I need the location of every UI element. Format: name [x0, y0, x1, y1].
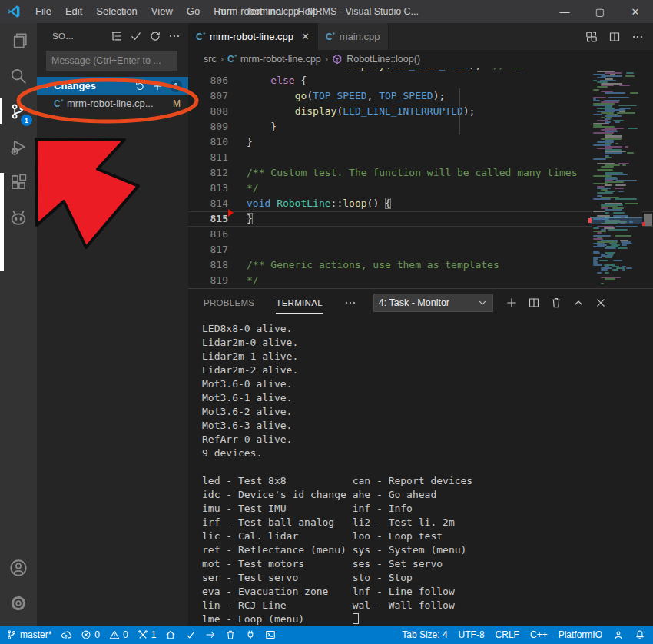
close-tab-icon[interactable]: ✕: [301, 31, 310, 42]
line-number[interactable]: 806: [188, 73, 228, 88]
code-line-818[interactable]: 818/** Generic actions, use them as temp…: [188, 257, 653, 273]
line-number[interactable]: 807: [188, 88, 228, 104]
status-plug[interactable]: [245, 629, 256, 640]
code-line-808[interactable]: 808 display(LED_LINE_INTERRUPTED);: [188, 104, 653, 119]
status-bell[interactable]: [635, 629, 645, 640]
status-home[interactable]: [165, 629, 176, 640]
modified-badge: M: [173, 98, 181, 109]
panel-action-chevron-up[interactable]: [572, 297, 585, 309]
panel-tab-terminal[interactable]: TERMINAL: [276, 291, 323, 314]
tab-main.cpp[interactable]: C⁺main.cpp: [318, 23, 389, 50]
line-number[interactable]: 813: [188, 181, 228, 196]
line-number[interactable]: 814: [188, 196, 228, 211]
line-number[interactable]: 818: [188, 257, 228, 273]
status-trash[interactable]: [225, 629, 236, 640]
code-line-819[interactable]: 819*/: [188, 273, 653, 288]
breadcrumb-item[interactable]: src: [204, 54, 217, 65]
activity-source-control[interactable]: 1: [0, 94, 37, 129]
changes-action-plus[interactable]: [152, 81, 163, 91]
code-line-812[interactable]: 812/** Custom test. The function will be…: [188, 165, 653, 181]
changes-section-header[interactable]: Changes 1: [37, 77, 188, 95]
code-line-810[interactable]: 810}: [188, 134, 653, 150]
code-line-815[interactable]: 815}: [188, 211, 653, 227]
menu-view[interactable]: View: [144, 5, 180, 17]
arrow-right-icon: [205, 629, 216, 640]
minimize-button[interactable]: —: [547, 0, 582, 23]
menu-file[interactable]: File: [28, 5, 58, 17]
maximize-button[interactable]: ▢: [582, 0, 618, 23]
terminal-output[interactable]: LED8x8-0 alive.Lidar2m-0 alive.Lidar2m-1…: [202, 322, 648, 626]
overview-ruler[interactable]: [642, 68, 653, 288]
activity-run-debug[interactable]: [0, 129, 37, 164]
line-number[interactable]: 819: [188, 273, 228, 288]
code-line-816[interactable]: 816: [188, 227, 653, 242]
activity-accounts[interactable]: [0, 550, 37, 586]
panel-action-trash[interactable]: [550, 297, 562, 309]
editor-action-more[interactable]: [631, 31, 644, 43]
panel-more-actions[interactable]: [344, 297, 356, 309]
status-git-branch[interactable]: master*: [6, 629, 51, 640]
menu-selection[interactable]: Selection: [89, 5, 144, 17]
line-number[interactable]: 809: [188, 119, 228, 134]
code-editor[interactable]: display(LED_LINE_FULL); // li 806 else {…: [188, 68, 653, 288]
panel-tab-problems[interactable]: PROBLEMS: [204, 291, 254, 313]
code-line-806[interactable]: 806 else {: [188, 73, 653, 88]
panel-action-close[interactable]: [595, 297, 607, 309]
changed-file-row[interactable]: C⁺ mrm-robot-line.cp... M: [37, 95, 188, 112]
code-line-809[interactable]: 809 }: [188, 119, 653, 134]
activity-search[interactable]: [0, 58, 37, 94]
status-utf-8[interactable]: UTF-8: [459, 629, 485, 640]
code-line-817[interactable]: 817: [188, 242, 653, 257]
close-button[interactable]: ✕: [618, 0, 653, 23]
code-line-807[interactable]: 807 go(TOP_SPEED, TOP_SPEED);: [188, 88, 653, 104]
tab-mrm-robot-line.cpp[interactable]: C⁺mrm-robot-line.cpp✕: [188, 23, 318, 50]
activity-extensions[interactable]: [0, 164, 37, 200]
status-crlf[interactable]: CRLF: [496, 629, 519, 640]
menu-go[interactable]: Go: [180, 5, 207, 17]
status-cloud-upload[interactable]: [61, 629, 71, 640]
status-tools[interactable]: 1: [138, 629, 157, 640]
panel-header: PROBLEMSTERMINAL 4: Task - Monitor: [188, 289, 653, 317]
line-number[interactable]: 812: [188, 165, 228, 181]
tab-label: main.cpp: [340, 31, 380, 42]
title-bar: FileEditSelectionViewGoRunTerminalHelp m…: [0, 0, 653, 23]
line-number[interactable]: 808: [188, 104, 228, 119]
terminal-box-icon: [265, 629, 276, 640]
status-platformio[interactable]: PlatformIO: [559, 629, 602, 640]
status-error-circle[interactable]: 0: [81, 629, 100, 640]
sidebar-action-refresh[interactable]: [149, 30, 161, 42]
breadcrumb[interactable]: src›C⁺mrm-robot-line.cpp›RobotLine::loop…: [188, 50, 653, 68]
line-number[interactable]: 810: [188, 134, 228, 150]
commit-message-input[interactable]: [46, 51, 177, 71]
activity-explorer[interactable]: [0, 23, 37, 58]
line-number[interactable]: 811: [188, 150, 228, 165]
sidebar-action-check[interactable]: [130, 30, 142, 42]
sidebar-action-tree-view[interactable]: [111, 30, 123, 42]
terminal-selector-dropdown[interactable]: 4: Task - Monitor: [373, 294, 493, 312]
line-number[interactable]: 817: [188, 242, 228, 257]
panel-action-split-editor[interactable]: [528, 297, 540, 309]
activity-platformio[interactable]: [0, 200, 37, 235]
code-line-813[interactable]: 813*/: [188, 181, 653, 196]
breadcrumb-item[interactable]: mrm-robot-line.cpp: [240, 54, 321, 65]
sidebar-action-more[interactable]: [168, 30, 181, 42]
panel-action-plus[interactable]: [505, 297, 518, 309]
status-feedback[interactable]: [613, 629, 624, 640]
editor-action-open-changes[interactable]: [585, 31, 598, 43]
status-tab-size-4[interactable]: Tab Size: 4: [402, 629, 447, 640]
line-number[interactable]: 815: [188, 212, 228, 226]
editor-action-split-editor[interactable]: [608, 31, 621, 43]
activity-settings[interactable]: [0, 586, 37, 621]
status-c-[interactable]: C++: [530, 629, 548, 640]
status-arrow-right[interactable]: [205, 629, 216, 640]
menu-edit[interactable]: Edit: [58, 5, 89, 17]
breadcrumb-item[interactable]: RobotLine::loop(): [346, 54, 420, 65]
minimap[interactable]: [592, 68, 642, 288]
status-warning-triangle[interactable]: 0: [109, 629, 128, 640]
code-line-811[interactable]: 811: [188, 150, 653, 165]
status-terminal-box[interactable]: [265, 629, 276, 640]
line-number[interactable]: 816: [188, 227, 228, 242]
status-check[interactable]: [185, 629, 196, 640]
changes-action-discard[interactable]: [134, 81, 145, 91]
code-line-814[interactable]: 814void RobotLine::loop() {: [188, 196, 653, 211]
